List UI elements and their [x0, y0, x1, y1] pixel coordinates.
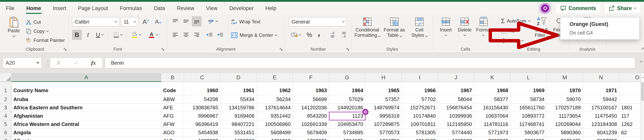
align-top-button[interactable] [171, 16, 180, 26]
cell-L4[interactable]: 10893772 [510, 112, 547, 120]
clipboard-dialog-launcher-icon[interactable] [63, 47, 67, 51]
cell-G5[interactable]: 104953470 [329, 120, 365, 128]
cell-C4[interactable]: 8996967 [184, 112, 220, 120]
column-header-I[interactable]: I [402, 73, 438, 82]
cell-C1[interactable]: 1960 [184, 82, 220, 95]
name-box[interactable]: A20 [3, 57, 42, 68]
cell-H5[interactable]: 107289875 [365, 120, 402, 128]
cell-L1[interactable]: 1969 [510, 82, 547, 95]
cell-N7[interactable]: 2187853 [583, 137, 619, 140]
cell-E6[interactable]: 5608499 [256, 128, 293, 137]
cell-A3[interactable]: Africa Eastern and Southern [12, 104, 161, 112]
avatar[interactable]: O [540, 4, 550, 13]
cell-G7[interactable]: 1814135 [329, 137, 365, 140]
cell-C3[interactable]: 130836765 [184, 104, 220, 112]
cell-H4[interactable]: 9956318 [365, 112, 402, 120]
italic-button[interactable]: I [84, 30, 92, 40]
cell-K1[interactable]: 1968 [474, 82, 510, 95]
cell-E4[interactable]: 9351442 [256, 112, 293, 120]
cell-J3[interactable]: 156876454 [438, 104, 474, 112]
font-size-combo[interactable]: 11 [121, 17, 138, 26]
row-header-5[interactable]: 5 [0, 120, 12, 128]
avatar-tile[interactable]: O [538, 3, 552, 14]
cell-I1[interactable]: 1966 [402, 82, 438, 95]
grow-font-button[interactable]: A [140, 17, 151, 27]
cell-O6[interactable]: 62 [619, 128, 641, 137]
row-header-2[interactable]: 2 [0, 95, 12, 104]
menu-tab-developer[interactable]: Developer [224, 2, 260, 15]
cell-G1[interactable]: 1964 [329, 82, 365, 95]
cell-K5[interactable]: 114781116 [474, 120, 510, 128]
cell-D5[interactable]: 98407221 [220, 120, 256, 128]
cell-I7[interactable]: 1914573 [402, 137, 438, 140]
cell-A6[interactable]: Angola [12, 128, 161, 137]
copy-button[interactable]: Copy [26, 27, 48, 35]
cell-O4[interactable]: 117 [619, 112, 641, 120]
menu-tab-home[interactable]: Home [20, 2, 47, 15]
cell-B3[interactable]: AFE [161, 104, 184, 112]
merge-center-button[interactable]: Merge & Center [231, 31, 277, 39]
cell-C5[interactable]: 96396419 [184, 120, 220, 128]
underline-button[interactable]: U [94, 30, 106, 40]
decrease-decimal-button[interactable]: .00→0 [338, 30, 349, 40]
cell-M7[interactable]: 2135479 [547, 137, 583, 140]
cell-L3[interactable]: 165611760 [510, 104, 547, 112]
font-name-combo[interactable]: Calibri [72, 17, 120, 26]
enter-button[interactable]: ✓ [74, 60, 78, 66]
align-bottom-button[interactable] [192, 16, 202, 26]
menu-tab-formulas[interactable]: Formulas [114, 2, 148, 15]
cell-D1[interactable]: 1961 [220, 82, 256, 95]
cell-J7[interactable]: 1965598 [438, 137, 474, 140]
align-right-button[interactable] [192, 30, 202, 40]
cell-F1[interactable]: 1963 [293, 82, 329, 95]
align-center-button[interactable] [181, 30, 191, 40]
cell-N2[interactable]: 59442 [583, 95, 619, 104]
bold-button[interactable]: B [72, 30, 82, 40]
cell-G3[interactable]: 144920186 [329, 104, 365, 112]
formula-input[interactable]: Benin [105, 57, 635, 68]
row-header-4[interactable]: 4 [0, 112, 12, 120]
cell-F6[interactable]: 5679409 [293, 128, 329, 137]
cell-M4[interactable]: 11173654 [547, 112, 583, 120]
cell-K4[interactable]: 10637064 [474, 112, 510, 120]
cell-B2[interactable]: ABW [161, 95, 184, 104]
row-header-6[interactable]: 6 [0, 128, 12, 137]
cell-A7[interactable]: Albania [12, 137, 161, 140]
increase-indent-button[interactable] [216, 30, 225, 40]
cell-M1[interactable]: 1970 [547, 82, 583, 95]
cell-D6[interactable]: 5531451 [220, 128, 256, 137]
cell-N1[interactable]: 1971 [583, 82, 619, 95]
alignment-dialog-launcher-icon[interactable] [279, 47, 283, 51]
cell-I3[interactable]: 152752671 [402, 104, 438, 112]
wrap-text-button[interactable]: abc Wrap Text [231, 18, 260, 26]
align-left-button[interactable] [171, 30, 180, 40]
cell-E7[interactable]: 1711319 [256, 137, 293, 140]
cell-K7[interactable]: 2022272 [474, 137, 510, 140]
cell-I5[interactable]: 109701811 [402, 120, 438, 128]
fill-button[interactable]: Fill [501, 27, 518, 35]
cell-C6[interactable]: 5454938 [184, 128, 220, 137]
cell-J5[interactable]: 112195950 [438, 120, 474, 128]
row-header-3[interactable]: 3 [0, 104, 12, 112]
align-middle-button[interactable] [181, 16, 191, 26]
column-header-M[interactable]: M [547, 73, 583, 82]
cell-K3[interactable]: 161156430 [474, 104, 510, 112]
cell-N5[interactable]: 123184308 [583, 120, 619, 128]
accounting-format-button[interactable] [288, 30, 303, 40]
cell-B7[interactable]: ALB [161, 137, 184, 140]
column-header-C[interactable]: C [184, 73, 220, 82]
font-dialog-launcher-icon[interactable] [161, 47, 165, 51]
scrollbar-thumb[interactable] [641, 83, 644, 101]
shrink-font-button[interactable]: A [152, 17, 164, 27]
cell-M3[interactable]: 170257189 [547, 104, 583, 112]
column-header-J[interactable]: J [438, 73, 474, 82]
cell-F2[interactable]: 56699 [293, 95, 329, 104]
cell-D3[interactable]: 134159786 [220, 104, 256, 112]
borders-button[interactable] [111, 30, 124, 40]
cell-I6[interactable]: 5781305 [402, 128, 438, 137]
conditional-formatting-button[interactable]: ConditionalFormatting [354, 16, 381, 38]
cell-D4[interactable]: 9169406 [220, 112, 256, 120]
share-button[interactable]: Share [604, 3, 640, 14]
coauthor-badge[interactable]: O [362, 108, 369, 115]
format-painter-button[interactable]: Format Painter [26, 36, 65, 44]
